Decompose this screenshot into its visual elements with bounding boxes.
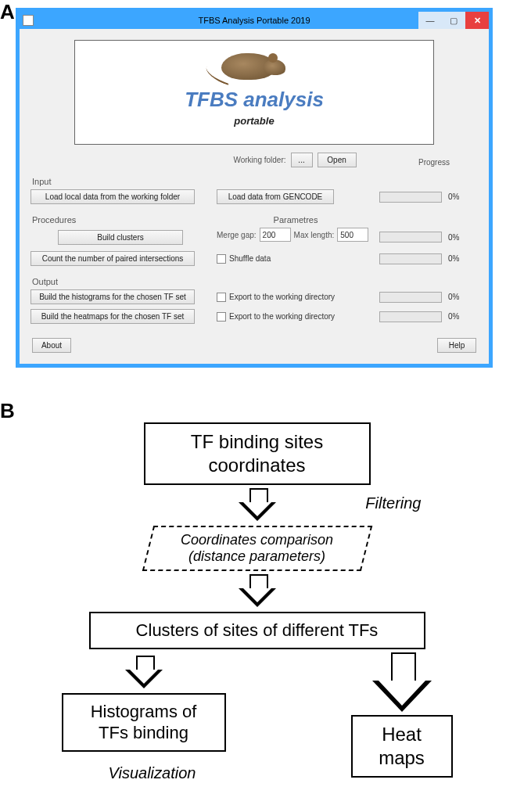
progress-bar-paired: [379, 253, 442, 264]
max-length-input[interactable]: [337, 228, 368, 242]
maximize-button[interactable]: ▢: [442, 12, 465, 29]
heat-line1: Heat: [382, 724, 422, 745]
hist-line1: Histograms of: [91, 702, 197, 721]
about-button[interactable]: About: [32, 338, 71, 353]
build-histograms-button[interactable]: Build the histograms for the chosen TF s…: [31, 289, 195, 304]
dashed-line2: (distance parameters): [188, 548, 325, 564]
window-controls: — ▢ ✕: [418, 12, 489, 29]
working-folder-label: Working folder:: [233, 156, 285, 164]
panel-b-label: B: [0, 399, 15, 423]
arrow-down-icon: [235, 488, 279, 523]
export-histograms-label: Export to the working directory: [229, 293, 335, 301]
filtering-label: Filtering: [365, 494, 421, 512]
flow-box-input: TF binding sites coordinates: [144, 422, 371, 485]
help-button[interactable]: Help: [437, 338, 476, 353]
flowchart: TF binding sites coordinates Filtering C…: [46, 422, 468, 778]
checkbox-icon: [217, 312, 226, 322]
output-section-label: Output: [32, 277, 478, 286]
checkbox-icon: [217, 293, 226, 302]
banner-title: TFBS analysis: [185, 88, 324, 112]
checkbox-icon: [217, 254, 226, 264]
load-local-button[interactable]: Load local data from the working folder: [31, 189, 195, 204]
app-body: TFBS analysis portable Working folder: .…: [20, 29, 489, 364]
max-length-label: Max length:: [294, 231, 335, 239]
open-button[interactable]: Open: [318, 153, 357, 167]
mouse-image: [207, 45, 301, 84]
arrow-down-icon: [122, 656, 166, 690]
flow-box-histograms: Histograms of TFs binding: [62, 693, 226, 752]
titlebar[interactable]: TFBS Analysis Portable 2019 — ▢ ✕: [20, 12, 489, 29]
arrow-down-icon: [235, 574, 279, 609]
procedures-section-label: Procedures: [32, 215, 210, 225]
count-paired-button[interactable]: Count the number of paired intersections: [31, 251, 195, 266]
app-window: TFBS Analysis Portable 2019 — ▢ ✕ TFBS a…: [16, 8, 493, 368]
export-histograms-checkbox[interactable]: Export to the working directory: [217, 293, 373, 302]
progress-bar-heatmaps: [379, 311, 442, 322]
flow-box-heatmaps: Heat maps: [351, 715, 453, 778]
input-section-label: Input: [32, 177, 478, 186]
close-button[interactable]: ✕: [465, 12, 489, 29]
flow-box-clusters: Clusters of sites of different TFs: [89, 612, 425, 649]
merge-gap-input[interactable]: [260, 228, 291, 242]
progress-pct-histograms: 0%: [448, 293, 459, 301]
progress-bar-clusters: [379, 232, 442, 243]
browse-button[interactable]: ...: [291, 153, 313, 167]
merge-gap-label: Merge gap:: [217, 231, 257, 239]
panel-b: B TF binding sites coordinates Filtering…: [0, 399, 506, 801]
progress-pct-heatmaps: 0%: [448, 312, 459, 321]
panel-a-label: A: [0, 0, 15, 24]
dashed-line1: Coordinates comparison: [181, 532, 333, 548]
minimize-button[interactable]: —: [418, 12, 442, 29]
visualization-label: Visualization: [109, 764, 196, 782]
build-clusters-button[interactable]: Build clusters: [58, 230, 183, 245]
load-gencode-button[interactable]: Load data from GENCODE: [217, 189, 334, 204]
export-heatmaps-label: Export to the working directory: [229, 312, 335, 321]
shuffle-label: Shuffle data: [229, 254, 271, 263]
arrow-down-icon: [371, 652, 433, 715]
build-heatmaps-button[interactable]: Build the heatmaps for the chosen TF set: [31, 309, 195, 324]
parametres-section-label: Parametres: [218, 215, 373, 225]
export-heatmaps-checkbox[interactable]: Export to the working directory: [217, 312, 373, 322]
banner-subtitle: portable: [234, 115, 274, 127]
heat-line2: maps: [379, 747, 425, 768]
progress-header: Progress: [379, 158, 489, 167]
banner: TFBS analysis portable: [74, 40, 434, 145]
progress-bar-input: [379, 192, 442, 203]
flow-box-comparison: Coordinates comparison (distance paramet…: [142, 526, 371, 571]
progress-bar-histograms: [379, 292, 442, 303]
progress-pct-input: 0%: [448, 192, 459, 201]
hist-line2: TFs binding: [99, 723, 188, 742]
panel-a: A TFBS Analysis Portable 2019 — ▢ ✕: [0, 0, 506, 399]
progress-pct-clusters: 0%: [448, 233, 459, 242]
shuffle-checkbox[interactable]: Shuffle data: [217, 254, 373, 264]
progress-pct-paired: 0%: [448, 254, 459, 263]
